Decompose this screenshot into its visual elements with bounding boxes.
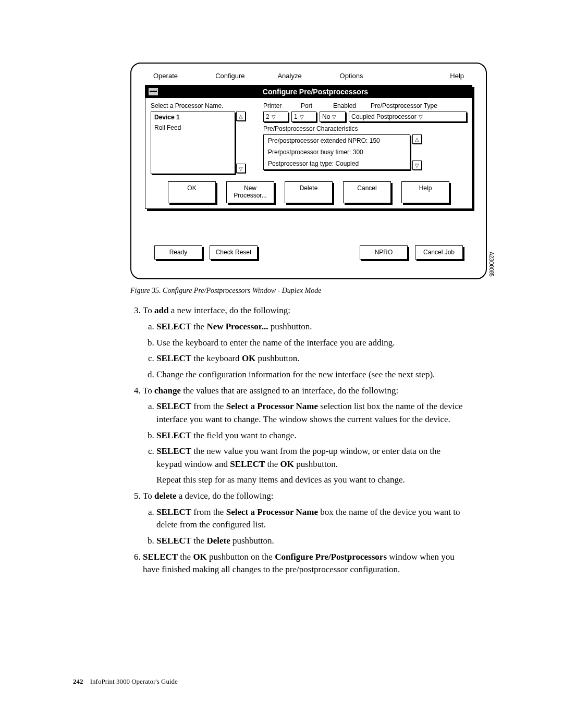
instruction-text: To add a new interface, do the following… [130, 304, 464, 576]
figure-id: A23O0085 [488, 252, 494, 277]
dialog-titlebar: Configure Pre/Postprocessors [145, 85, 472, 98]
figure-caption: Figure 35. Configure Pre/Postprocessors … [130, 287, 490, 295]
chevron-down-icon: ▽ [332, 114, 336, 120]
char-line: Postprocessor tag type: Coupled [264, 158, 410, 169]
type-dropdown[interactable]: Coupled Postprocessor ▽ [349, 112, 467, 122]
scroll-down-icon[interactable]: ▽ [236, 164, 246, 173]
npro-button[interactable]: NPRO [360, 245, 408, 260]
figure-window: Operate Configure Analyze Options Help C… [130, 63, 487, 279]
delete-button[interactable]: Delete [285, 181, 333, 203]
enabled-header: Enabled [333, 102, 359, 109]
cancel-button[interactable]: Cancel [343, 181, 391, 203]
list-item[interactable]: Roll Feed [151, 122, 235, 133]
char-line: Pre/postprocessor busy timer: 300 [264, 146, 410, 158]
list-item[interactable]: Device 1 [151, 112, 235, 122]
menu-operate[interactable]: Operate [153, 72, 215, 80]
characteristics-listbox[interactable]: Pre/postprocessor extended NPRO: 150 Pre… [263, 134, 410, 170]
ok-button[interactable]: OK [168, 181, 216, 203]
scroll-down-icon[interactable]: ▽ [412, 161, 422, 170]
processor-listbox[interactable]: Device 1 Roll Feed [151, 112, 235, 174]
select-processor-label: Select a Processor Name. [151, 102, 255, 109]
chevron-down-icon: ▽ [300, 114, 304, 120]
system-menu-icon[interactable] [149, 88, 158, 95]
page-number: 242 [73, 677, 83, 685]
check-reset-button[interactable]: Check Reset [210, 245, 258, 260]
menu-configure[interactable]: Configure [215, 72, 277, 80]
scroll-up-icon[interactable]: △ [412, 134, 422, 144]
characteristics-label: Pre/Postprocessor Characteristics [263, 125, 467, 132]
type-header: Pre/Postprocessor Type [371, 102, 437, 109]
menu-analyze[interactable]: Analyze [277, 72, 339, 80]
page-footer: 242 InfoPrint 3000 Operator's Guide [73, 677, 490, 686]
dialog-title: Configure Pre/Postprocessors [162, 88, 469, 96]
chevron-down-icon: ▽ [419, 114, 423, 120]
book-title: InfoPrint 3000 Operator's Guide [90, 677, 178, 685]
port-dropdown[interactable]: 1 ▽ [291, 112, 316, 122]
port-header: Port [301, 102, 322, 109]
new-processor-button[interactable]: New Processor... [226, 181, 274, 203]
enabled-dropdown[interactable]: No ▽ [320, 112, 346, 122]
printer-header: Printer [263, 102, 289, 109]
char-line: Pre/postprocessor extended NPRO: 150 [264, 135, 410, 146]
printer-dropdown[interactable]: 2 ▽ [263, 112, 288, 122]
menu-options[interactable]: Options [340, 72, 402, 80]
scroll-up-icon[interactable]: △ [236, 112, 246, 121]
ready-button[interactable]: Ready [154, 245, 202, 260]
menubar: Operate Configure Analyze Options Help [143, 70, 474, 85]
help-button[interactable]: Help [401, 181, 449, 203]
configure-dialog: Configure Pre/Postprocessors Select a Pr… [145, 85, 472, 209]
chevron-down-icon: ▽ [272, 114, 276, 120]
cancel-job-button[interactable]: Cancel Job [415, 245, 463, 260]
menu-help[interactable]: Help [402, 72, 464, 80]
